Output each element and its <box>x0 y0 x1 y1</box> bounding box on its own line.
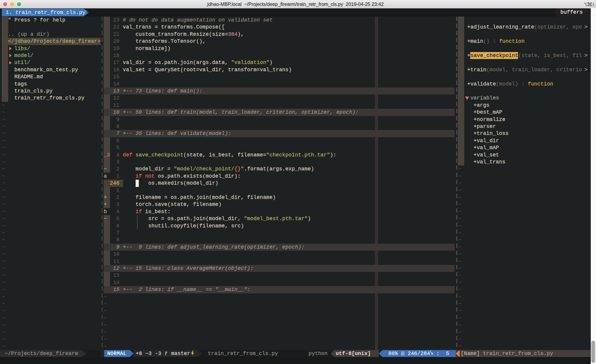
svg-text:1: 1 <box>592 2 595 6</box>
